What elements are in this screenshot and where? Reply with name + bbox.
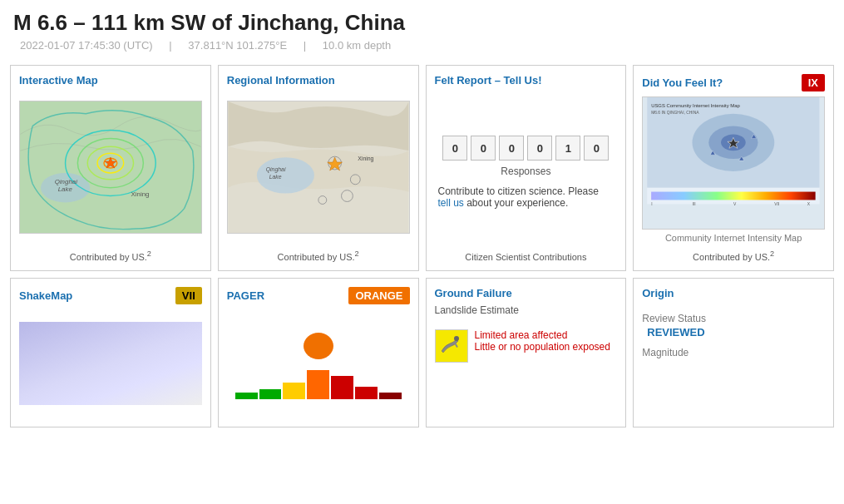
magnitude-label: Magnitude (642, 347, 689, 358)
dyfi-body: USGS Community Internet Intensity Map M6… (642, 91, 825, 243)
card-title-shakemap: ShakeMap (19, 289, 72, 302)
card-shakemap: ShakeMap VII (10, 278, 211, 427)
svg-text:VII: VII (775, 202, 780, 206)
felt-box-0: 0 (442, 136, 467, 161)
card-title-origin: Origin (642, 287, 825, 299)
page-title: M 6.6 – 111 km SW of Jinchang, China (13, 10, 831, 36)
svg-text:Qinghai: Qinghai (265, 166, 285, 173)
regional-map-body: Qinghai Lake Xining (227, 86, 410, 243)
felt-contribute-text: Contribute to citizen science. Please te… (435, 185, 618, 209)
sep2: | (304, 39, 306, 52)
pager-circle (304, 333, 333, 359)
svg-text:I: I (651, 202, 652, 206)
card-dyfi: Did You Feel It? IX USGS Community Inter… (633, 65, 834, 271)
pager-link[interactable]: PAGER (227, 289, 264, 302)
pager-bar-green2 (259, 389, 282, 399)
card-title-dyfi: Did You Feel It? (642, 77, 723, 89)
landslide-label: Landslide Estimate (435, 304, 519, 316)
regional-svg: Qinghai Lake Xining (228, 101, 409, 233)
sep1: | (169, 39, 171, 52)
interactive-map-link[interactable]: Interactive Map (19, 74, 98, 86)
svg-point-38 (454, 336, 459, 341)
felt-box-3: 0 (527, 136, 552, 161)
map-svg: Qinghai Lake Xining (20, 101, 201, 233)
regional-map-image[interactable]: Qinghai Lake Xining (227, 101, 410, 234)
card-ground-failure: Ground Failure Landslide Estimate Limite… (426, 278, 627, 427)
svg-text:Lake: Lake (269, 174, 281, 180)
pager-bar-red1 (331, 376, 353, 399)
ground-failure-link[interactable]: Ground Failure (435, 287, 512, 299)
ground-little-population: Little or no population exposed (475, 341, 610, 353)
card-title-ground-failure: Ground Failure (435, 287, 618, 299)
felt-responses-label: Responses (501, 166, 550, 177)
dyfi-footer: Contributed by US.2 (642, 250, 825, 262)
dyfi-title-row: Did You Feel It? IX (642, 74, 825, 91)
cards-grid: Interactive Map (0, 58, 844, 434)
pager-bars (227, 366, 410, 399)
ground-failure-row: Limited area affected Little or no popul… (435, 329, 618, 363)
event-date: 2022-01-07 17:45:30 (UTC) (20, 39, 153, 52)
svg-text:Lake: Lake (58, 185, 73, 193)
pager-bar-orange (307, 370, 329, 399)
svg-rect-32 (651, 192, 816, 200)
felt-report-link[interactable]: Felt Report – Tell Us! (435, 74, 542, 86)
felt-box-5: 0 (584, 136, 609, 161)
pager-bar-red2 (355, 387, 378, 399)
shakemap-body (19, 304, 202, 418)
felt-box-2: 0 (499, 136, 524, 161)
svg-text:III: III (693, 202, 696, 206)
card-title-regional-info: Regional Information (227, 74, 410, 86)
shakemap-link[interactable]: ShakeMap (19, 289, 72, 302)
svg-text:Xining: Xining (358, 156, 373, 162)
regional-info-footer: Contributed by US.2 (227, 250, 410, 262)
pager-bar-yellow (283, 383, 305, 399)
tell-us-link[interactable]: tell us (438, 197, 464, 209)
felt-box-1: 0 (471, 136, 496, 161)
ground-failure-text: Limited area affected Little or no popul… (475, 329, 610, 353)
pager-body (227, 304, 410, 418)
dyfi-map-image[interactable]: USGS Community Internet Intensity Map M6… (642, 96, 825, 230)
svg-text:M6.6 IN QINGHAI, CHINA: M6.6 IN QINGHAI, CHINA (651, 111, 699, 115)
interactive-map-image[interactable]: Qinghai Lake Xining (19, 101, 202, 234)
origin-body: Review Status REVIEWED Magnitude (642, 299, 825, 418)
svg-text:USGS Community Internet Intens: USGS Community Internet Intensity Map (651, 103, 740, 108)
event-coords: 37.811°N 101.275°E (188, 39, 287, 52)
card-regional-info: Regional Information (218, 65, 419, 271)
ground-failure-icon (435, 329, 468, 363)
origin-link[interactable]: Origin (642, 287, 674, 299)
dyfi-badge: IX (802, 74, 825, 91)
pager-bar-green1 (235, 393, 258, 399)
svg-text:Xining: Xining (131, 190, 150, 198)
review-status-value: REVIEWED (647, 326, 704, 338)
dyfi-link[interactable]: Did You Feel It? (642, 77, 723, 89)
dyfi-intensity-label: Community Internet Intensity Map (665, 233, 802, 243)
card-origin: Origin Review Status REVIEWED Magnitude (633, 278, 834, 427)
felt-box-4: 1 (555, 136, 580, 161)
pager-title-row: PAGER ORANGE (227, 287, 410, 304)
svg-rect-0 (20, 101, 200, 233)
event-depth: 10.0 km depth (323, 39, 391, 52)
interactive-map-footer: Contributed by US.2 (19, 250, 202, 262)
shakemap-badge: VII (175, 287, 202, 304)
card-title-interactive-map: Interactive Map (19, 74, 202, 86)
page-subtitle: 2022-01-07 17:45:30 (UTC) | 37.811°N 101… (13, 39, 831, 52)
felt-boxes-container: 0 0 0 0 1 0 (442, 136, 609, 161)
ground-limited-area: Limited area affected (475, 329, 610, 341)
review-status-label: Review Status (642, 313, 706, 324)
interactive-map-body: Qinghai Lake Xining (19, 86, 202, 243)
felt-report-footer: Citizen Scientist Contributions (435, 252, 618, 262)
felt-text-before: Contribute to citizen science. Please (438, 185, 599, 197)
shakemap-title-row: ShakeMap VII (19, 287, 202, 304)
dyfi-svg: USGS Community Internet Intensity Map M6… (643, 97, 824, 229)
shakemap-image[interactable] (19, 322, 202, 405)
svg-point-12 (257, 157, 314, 193)
regional-info-link[interactable]: Regional Information (227, 74, 335, 86)
felt-report-body: 0 0 0 0 1 0 Responses Contribute to citi… (435, 86, 618, 245)
card-title-pager: PAGER (227, 289, 264, 302)
landslide-icon-svg (440, 334, 463, 358)
ground-failure-body: Landslide Estimate Limited area affected… (435, 299, 618, 418)
card-interactive-map: Interactive Map (10, 65, 211, 271)
svg-text:Qinghai: Qinghai (55, 178, 77, 185)
card-title-felt-report: Felt Report – Tell Us! (435, 74, 618, 86)
pager-badge: ORANGE (348, 287, 409, 304)
